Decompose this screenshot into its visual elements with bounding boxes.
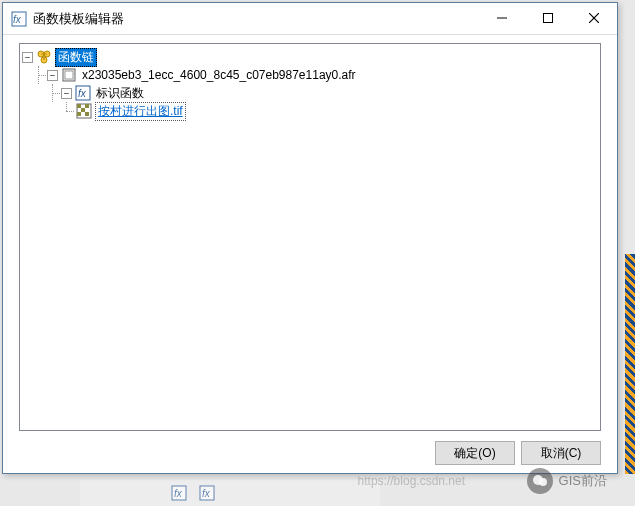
window-title: 函数模板编辑器 xyxy=(33,10,479,28)
watermark-text: GIS前沿 xyxy=(559,472,607,490)
svg-text:fx: fx xyxy=(174,488,183,499)
svg-rect-16 xyxy=(65,71,73,79)
expander-icon[interactable]: − xyxy=(22,52,33,63)
watermark: GIS前沿 xyxy=(527,468,607,494)
tree-label-function[interactable]: 标识函数 xyxy=(94,85,146,102)
svg-point-26 xyxy=(539,478,547,486)
tree-node-file[interactable]: − x23035eb3_1ecc_4600_8c45_c07eb987e11ay… xyxy=(22,66,598,84)
chain-icon xyxy=(36,49,52,65)
svg-rect-24 xyxy=(85,112,89,116)
watermark-url: https://blog.csdn.net xyxy=(358,474,465,488)
tree-node-function[interactable]: − fx 标识函数 xyxy=(22,84,598,102)
svg-rect-20 xyxy=(77,104,81,108)
expander-icon[interactable]: − xyxy=(47,70,58,81)
svg-rect-23 xyxy=(77,112,81,116)
svg-text:fx: fx xyxy=(13,14,22,25)
tree-label-raster[interactable]: 按村进行出图.tif xyxy=(95,102,186,121)
expander-icon[interactable]: − xyxy=(61,88,72,99)
titlebar: fx 函数模板编辑器 xyxy=(3,3,617,35)
fx-icon: fx xyxy=(171,485,187,501)
tree-panel[interactable]: − 函数链 − x23035eb3_1ecc_4600_8c45_c07eb98… xyxy=(19,43,601,431)
ok-button[interactable]: 确定(O) xyxy=(435,441,515,465)
app-icon: fx xyxy=(11,11,27,27)
fx-icon: fx xyxy=(199,485,215,501)
svg-rect-7 xyxy=(544,14,553,23)
tree-label-file[interactable]: x23035eb3_1ecc_4600_8c45_c07eb987e11ay0.… xyxy=(80,68,358,82)
wechat-icon xyxy=(527,468,553,494)
svg-text:fx: fx xyxy=(202,488,211,499)
file-icon xyxy=(61,67,77,83)
background-toolbar: fx fx xyxy=(80,480,380,506)
tree-label-root[interactable]: 函数链 xyxy=(55,48,97,67)
svg-rect-21 xyxy=(85,104,89,108)
maximize-button[interactable] xyxy=(525,3,571,33)
dialog-window: fx 函数模板编辑器 − 函数链 − x23035eb3_1ecc_4600_8… xyxy=(2,2,618,474)
button-bar: 确定(O) 取消(C) xyxy=(435,441,601,465)
tree-node-raster[interactable]: 按村进行出图.tif xyxy=(22,102,598,120)
raster-icon xyxy=(76,103,92,119)
cancel-button[interactable]: 取消(C) xyxy=(521,441,601,465)
minimize-button[interactable] xyxy=(479,3,525,33)
svg-text:fx: fx xyxy=(78,88,87,99)
svg-rect-22 xyxy=(81,108,85,112)
close-button[interactable] xyxy=(571,3,617,33)
tree-node-root[interactable]: − 函数链 xyxy=(22,48,598,66)
fx-icon: fx xyxy=(75,85,91,101)
